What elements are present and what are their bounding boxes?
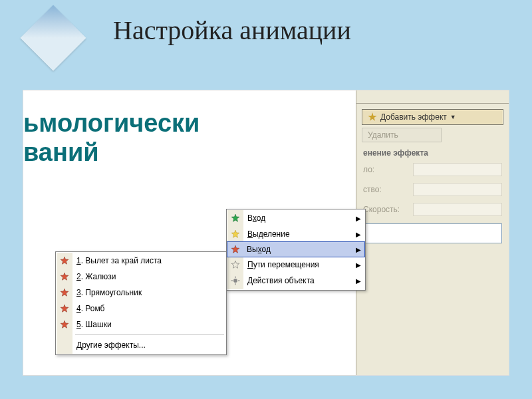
category-menu-item[interactable]: Вход▶ xyxy=(227,210,364,226)
add-effect-label: Добавить эффект xyxy=(380,112,447,122)
page-title: Настройка анимации xyxy=(113,15,351,46)
category-label: Выход xyxy=(247,245,271,254)
field-property-row: ство: xyxy=(356,180,509,200)
category-menu-item[interactable]: Пути перемещения▶ xyxy=(227,257,364,273)
submenu-arrow-icon: ▶ xyxy=(356,215,361,222)
field-start-input[interactable] xyxy=(413,163,502,176)
star-yellow-icon xyxy=(230,229,241,239)
effect-label: 5. Шашки xyxy=(76,320,112,329)
exit-effect-item[interactable]: 4. Ромб xyxy=(57,301,225,317)
slide-text-line1: ьмологически xyxy=(23,109,200,138)
star-outline-icon xyxy=(230,259,241,270)
star-red-icon xyxy=(59,287,70,298)
star-green-icon xyxy=(230,213,241,223)
star-icon xyxy=(368,112,377,122)
effect-label: 2. Жалюзи xyxy=(76,272,116,281)
svg-marker-1 xyxy=(231,230,239,237)
field-speed-input[interactable] xyxy=(413,203,502,216)
effect-label: 1. Вылет за край листа xyxy=(76,256,162,265)
slide-bullet-diamond xyxy=(21,5,86,71)
exit-effect-item[interactable]: 5. Шашки xyxy=(57,317,225,332)
animation-task-pane: Добавить эффект ▼ Удалить енение эффекта… xyxy=(356,90,509,375)
exit-effect-item[interactable]: 2. Жалюзи xyxy=(57,269,225,285)
effect-label: 3. Прямоугольник xyxy=(76,288,142,297)
submenu-arrow-icon: ▶ xyxy=(356,231,361,238)
menu-separator xyxy=(75,334,224,335)
star-red-icon xyxy=(230,244,241,255)
field-property-label: ство: xyxy=(363,185,413,194)
field-start-label: ло: xyxy=(363,165,413,174)
more-effects-label: Другие эффекты... xyxy=(76,340,146,350)
category-label: Вход xyxy=(247,213,265,223)
submenu-arrow-icon: ▶ xyxy=(356,277,361,285)
star-red-icon xyxy=(59,271,70,282)
field-speed-row: Скорость: xyxy=(356,200,509,219)
field-start-row: ло: xyxy=(356,160,509,180)
field-property-input[interactable] xyxy=(413,183,502,196)
exit-effect-item[interactable]: 3. Прямоугольник xyxy=(57,285,225,301)
star-red-icon xyxy=(59,303,70,314)
svg-marker-11 xyxy=(61,289,68,296)
submenu-arrow-icon: ▶ xyxy=(356,246,361,253)
svg-marker-0 xyxy=(231,214,239,221)
pane-toolbar xyxy=(356,90,509,104)
svg-marker-13 xyxy=(61,321,68,328)
more-effects-item[interactable]: Другие эффекты... xyxy=(57,337,225,353)
svg-marker-2 xyxy=(231,245,239,253)
screenshot-area: ьмологически ваний Добавить эффект ▼ Уда… xyxy=(23,90,509,376)
svg-point-4 xyxy=(233,279,237,283)
svg-rect-6 xyxy=(235,283,235,285)
category-menu-item[interactable]: Выход▶ xyxy=(227,241,365,257)
remove-button[interactable]: Удалить xyxy=(362,128,442,142)
svg-marker-12 xyxy=(61,305,68,312)
category-menu-item[interactable]: Выделение▶ xyxy=(227,226,364,242)
gear-icon xyxy=(230,275,241,286)
svg-marker-10 xyxy=(61,273,68,280)
effect-label: 4. Ромб xyxy=(76,304,105,313)
remove-label: Удалить xyxy=(368,130,398,140)
category-label: Пути перемещения xyxy=(247,260,319,269)
svg-rect-7 xyxy=(231,280,233,281)
exit-effect-item[interactable]: 1. Вылет за край листа xyxy=(57,253,225,269)
field-speed-label: Скорость: xyxy=(363,205,413,214)
submenu-arrow-icon: ▶ xyxy=(356,261,361,269)
exit-effects-submenu: 1. Вылет за край листа2. Жалюзи3. Прямоу… xyxy=(55,251,227,355)
category-label: Выделение xyxy=(247,229,290,239)
effect-category-menu: Вход▶Выделение▶Выход▶Пути перемещения▶Де… xyxy=(226,209,366,291)
svg-rect-8 xyxy=(238,280,239,281)
category-label: Действия объекта xyxy=(247,276,315,285)
svg-marker-3 xyxy=(231,261,239,268)
svg-marker-9 xyxy=(61,257,68,264)
star-red-icon xyxy=(59,255,70,266)
effects-list[interactable] xyxy=(363,223,502,243)
add-effect-button[interactable]: Добавить эффект ▼ xyxy=(362,109,503,125)
category-menu-item[interactable]: Действия объекта▶ xyxy=(227,273,364,289)
star-red-icon xyxy=(59,319,70,330)
dropdown-arrow-icon: ▼ xyxy=(450,114,456,120)
svg-rect-5 xyxy=(235,277,235,278)
slide-text-line2: ваний xyxy=(23,138,99,167)
section-header: енение эффекта xyxy=(356,146,509,160)
